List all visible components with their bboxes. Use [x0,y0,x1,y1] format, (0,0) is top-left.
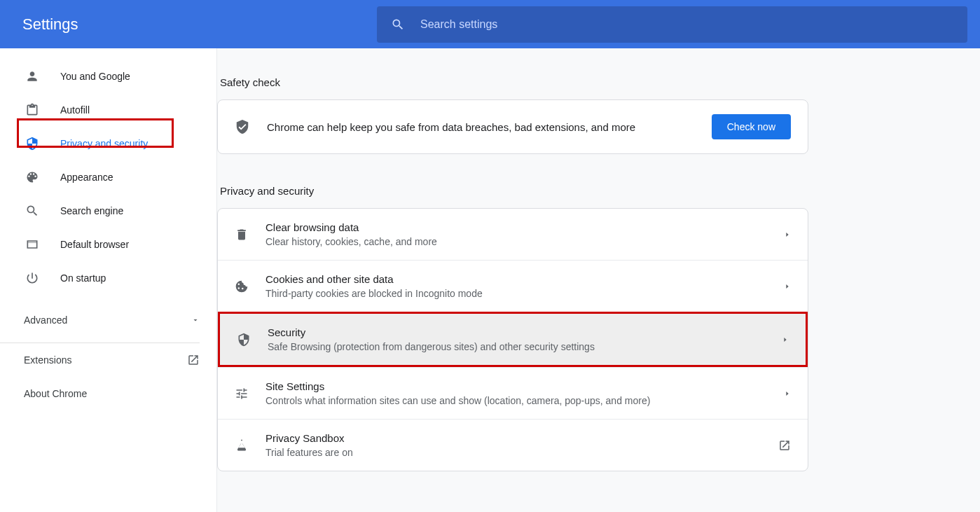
row-title: Cookies and other site data [265,273,784,285]
search-bar[interactable] [377,6,967,43]
sidebar-item-you-and-google[interactable]: You and Google [0,60,216,93]
row-clear-browsing-data[interactable]: Clear browsing data Clear history, cooki… [218,209,808,260]
chevron-right-icon [784,283,791,290]
sidebar-advanced-toggle[interactable]: Advanced [0,303,216,337]
sidebar-item-label: Search engine [60,205,123,216]
row-security[interactable]: Security Safe Browsing (protection from … [218,312,808,367]
chevron-right-icon [782,336,789,343]
sidebar-item-label: Privacy and security [60,138,148,149]
shield-check-icon [235,119,250,134]
clipboard-icon [25,103,39,117]
main-content: Safety check Chrome can help keep you sa… [217,48,980,512]
row-title: Clear browsing data [265,221,784,233]
chevron-right-icon [784,390,791,397]
browser-icon [25,237,39,251]
sidebar-item-autofill[interactable]: Autofill [0,93,216,127]
header: Settings [0,0,980,48]
sidebar-item-label: You and Google [60,71,130,82]
row-title: Site Settings [265,380,784,392]
search-icon [25,204,39,218]
sidebar-item-appearance[interactable]: Appearance [0,160,216,194]
row-site-settings[interactable]: Site Settings Controls what information … [218,367,808,419]
row-subtitle: Safe Browsing (protection from dangerous… [268,341,782,352]
chevron-down-icon [191,316,200,324]
open-in-new-icon [187,354,200,366]
row-title: Privacy Sandbox [265,432,778,444]
palette-icon [25,170,39,184]
sidebar-item-about[interactable]: About Chrome [0,377,216,410]
chevron-right-icon [784,231,791,238]
row-title: Security [268,326,782,338]
shield-icon [237,333,251,347]
row-subtitle: Third-party cookies are blocked in Incog… [265,288,784,299]
search-input[interactable] [420,18,953,31]
sidebar-item-privacy-security[interactable]: Privacy and security [0,127,216,160]
tune-icon [235,387,249,401]
row-cookies[interactable]: Cookies and other site data Third-party … [218,260,808,312]
shield-icon [25,137,39,151]
section-heading-safety: Safety check [219,76,808,99]
row-subtitle: Controls what information sites can use … [265,395,784,406]
sidebar-item-default-browser[interactable]: Default browser [0,228,216,261]
search-icon [391,18,405,32]
sidebar-item-extensions[interactable]: Extensions [0,343,216,377]
sidebar-item-label: Appearance [60,172,113,183]
extensions-label: Extensions [24,354,71,366]
trash-icon [235,228,249,242]
row-privacy-sandbox[interactable]: Privacy Sandbox Trial features are on [218,419,808,471]
safety-check-text: Chrome can help keep you safe from data … [267,121,695,133]
open-in-new-icon [778,439,791,452]
cookie-icon [235,279,249,293]
sidebar-item-label: Autofill [60,104,90,116]
flask-icon [235,438,249,452]
check-now-button[interactable]: Check now [712,114,791,139]
sidebar-item-label: Default browser [60,239,129,250]
sidebar-item-label: On startup [60,272,106,284]
safety-check-card: Chrome can help keep you safe from data … [217,99,808,154]
person-icon [25,69,39,83]
about-label: About Chrome [24,388,87,399]
page-title: Settings [0,15,217,34]
section-heading-privacy: Privacy and security [219,185,808,208]
sidebar-item-search-engine[interactable]: Search engine [0,194,216,228]
row-subtitle: Clear history, cookies, cache, and more [265,236,784,247]
power-icon [25,271,39,285]
sidebar-item-on-startup[interactable]: On startup [0,261,216,295]
privacy-security-card: Clear browsing data Clear history, cooki… [217,208,808,471]
row-subtitle: Trial features are on [265,447,778,458]
sidebar: You and Google Autofill Privacy and secu… [0,48,217,512]
advanced-label: Advanced [24,314,67,326]
